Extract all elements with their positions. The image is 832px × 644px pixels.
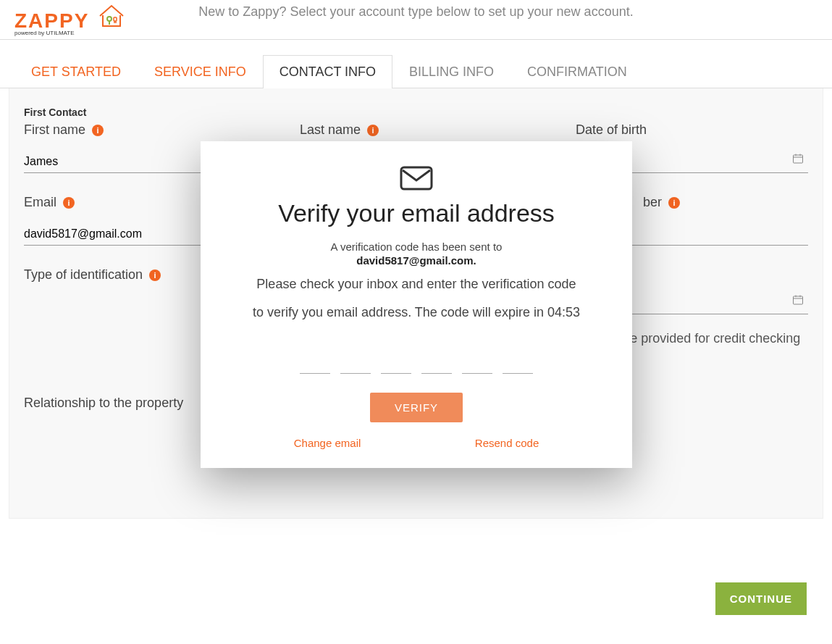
code-digit-2[interactable] xyxy=(340,352,371,374)
envelope-icon xyxy=(237,163,596,195)
countdown-timer: 04:53 xyxy=(547,305,580,319)
wizard-tabs: GET STARTED SERVICE INFO CONTACT INFO BI… xyxy=(0,40,832,88)
mobile-label-suffix: ber xyxy=(643,195,662,209)
code-digit-6[interactable] xyxy=(503,352,533,374)
modal-email-period: . xyxy=(474,254,476,267)
dob-label: Date of birth xyxy=(576,122,808,138)
modal-email: david5817@gmail.com xyxy=(356,254,473,267)
modal-instruction-1: Please check your inbox and enter the ve… xyxy=(237,273,596,296)
tab-contact-info[interactable]: CONTACT INFO xyxy=(263,55,392,88)
code-digit-1[interactable] xyxy=(300,352,330,374)
last-name-label-text: Last name xyxy=(300,122,361,137)
info-icon[interactable]: i xyxy=(149,269,161,281)
tab-service-info[interactable]: SERVICE INFO xyxy=(138,55,263,88)
section-title: First Contact xyxy=(24,106,808,118)
svg-rect-5 xyxy=(794,155,803,163)
first-name-label: First name i xyxy=(24,122,256,138)
svg-rect-9 xyxy=(794,296,803,304)
code-digit-3[interactable] xyxy=(381,352,411,374)
tab-billing-info[interactable]: BILLING INFO xyxy=(392,55,510,88)
info-icon[interactable]: i xyxy=(668,197,680,209)
brand-tagline: powered by UTILMATE xyxy=(14,30,126,36)
info-icon[interactable]: i xyxy=(367,125,379,136)
code-digit-5[interactable] xyxy=(462,352,492,374)
modal-instruction-2: to verify you email address. The code wi… xyxy=(237,301,596,324)
change-email-link[interactable]: Change email xyxy=(294,437,361,449)
relationship-label: Relationship to the property xyxy=(24,396,183,411)
intro-text: New to Zappy? Select your account type b… xyxy=(0,4,832,20)
email-label-text: Email xyxy=(24,195,56,209)
modal-instruction-2-prefix: to verify you email address. The code wi… xyxy=(253,305,547,319)
app-header: ZAPPY powered by UTILMATE New to Zappy? … xyxy=(0,0,832,40)
dob-label-text: Date of birth xyxy=(576,122,647,137)
continue-button[interactable]: CONTINUE xyxy=(715,582,807,615)
code-digit-4[interactable] xyxy=(421,352,452,374)
info-icon[interactable]: i xyxy=(63,197,75,209)
tab-get-started[interactable]: GET STARTED xyxy=(14,55,138,88)
last-name-label: Last name i xyxy=(300,122,532,138)
modal-sent-line: A verification code has been sent to xyxy=(237,241,596,253)
verify-button[interactable]: VERIFY xyxy=(370,393,463,422)
modal-title: Verify your email address xyxy=(237,199,596,227)
info-icon[interactable]: i xyxy=(92,125,104,136)
calendar-icon[interactable] xyxy=(792,294,804,309)
resend-code-link[interactable]: Resend code xyxy=(475,437,539,449)
verify-email-modal: Verify your email address A verification… xyxy=(201,141,632,468)
tab-confirmation[interactable]: CONFIRMATION xyxy=(510,55,644,88)
code-input-group xyxy=(237,352,596,374)
svg-rect-13 xyxy=(401,167,432,189)
calendar-icon[interactable] xyxy=(792,153,804,167)
first-name-label-text: First name xyxy=(24,122,85,137)
id-type-label-text: Type of identification xyxy=(24,267,143,282)
